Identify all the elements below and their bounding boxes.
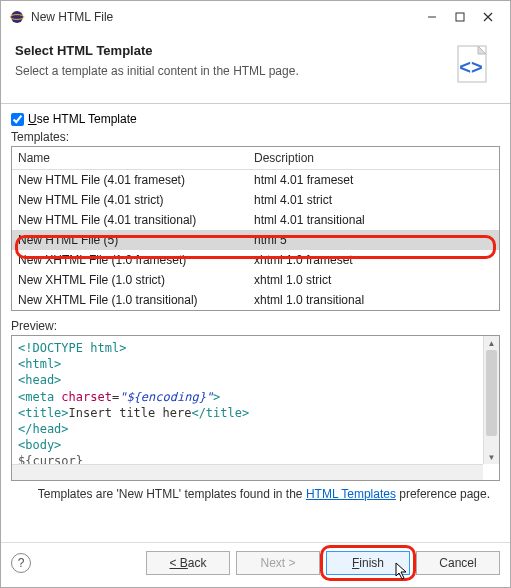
eclipse-icon [9,9,25,25]
dialog-header: Select HTML Template Select a template a… [1,33,510,104]
templates-table: Name Description New HTML File (4.01 fra… [11,146,500,311]
svg-point-0 [11,11,23,23]
titlebar: New HTML File [1,1,510,33]
table-row[interactable]: New HTML File (4.01 strict)html 4.01 str… [12,190,499,210]
cell-name: New HTML File (4.01 transitional) [12,210,248,230]
page-subtitle: Select a template as initial content in … [15,64,442,78]
templates-label: Templates: [11,130,500,144]
cell-desc: html 4.01 transitional [248,210,499,230]
svg-text:<>: <> [459,56,482,78]
table-row[interactable]: New XHTML File (1.0 strict)xhtml 1.0 str… [12,270,499,290]
button-bar: ? < Back Next > Finish Cancel [1,542,510,587]
scroll-down-icon[interactable]: ▼ [484,450,499,464]
table-row[interactable]: New HTML File (4.01 transitional)html 4.… [12,210,499,230]
cell-desc: html 5 [248,230,499,250]
preview-pane: <!DOCTYPE html> <html> <head> <meta char… [11,335,500,481]
cell-desc: html 4.01 frameset [248,170,499,190]
close-button[interactable] [474,7,502,27]
preview-scrollbar-horizontal[interactable] [12,464,483,480]
table-row[interactable]: New XHTML File (1.0 frameset)xhtml 1.0 f… [12,250,499,270]
cell-desc: xhtml 1.0 transitional [248,290,499,310]
cell-name: New HTML File (4.01 frameset) [12,170,248,190]
cell-name: New XHTML File (1.0 strict) [12,270,248,290]
next-button: Next > [236,551,320,575]
window-title: New HTML File [31,10,418,24]
help-button[interactable]: ? [11,553,31,573]
preview-label: Preview: [11,319,500,333]
column-header-description[interactable]: Description [248,147,499,169]
cell-name: New XHTML File (1.0 transitional) [12,290,248,310]
svg-rect-3 [456,13,464,21]
table-row[interactable]: New HTML File (5)html 5 [12,230,499,250]
minimize-button[interactable] [418,7,446,27]
svg-marker-9 [396,563,406,579]
cell-name: New HTML File (5) [12,230,248,250]
use-template-label[interactable]: Use HTML Template [28,112,137,126]
html-file-icon: <> [450,43,496,89]
html-templates-link[interactable]: HTML Templates [306,487,396,501]
use-template-checkbox[interactable] [11,113,24,126]
preview-scrollbar-vertical[interactable]: ▲ ▼ [483,336,499,464]
cell-desc: xhtml 1.0 frameset [248,250,499,270]
page-title: Select HTML Template [15,43,442,58]
table-row[interactable]: New XHTML File (1.0 transitional)xhtml 1… [12,290,499,310]
cell-name: New XHTML File (1.0 frameset) [12,250,248,270]
finish-button[interactable]: Finish [326,551,410,575]
footer-note: Templates are 'New HTML' templates found… [11,481,500,511]
cell-desc: html 4.01 strict [248,190,499,210]
maximize-button[interactable] [446,7,474,27]
scroll-thumb[interactable] [486,350,497,436]
preview-code[interactable]: <!DOCTYPE html> <html> <head> <meta char… [12,336,499,481]
column-header-name[interactable]: Name [12,147,248,169]
scroll-up-icon[interactable]: ▲ [484,336,499,350]
back-button[interactable]: < Back [146,551,230,575]
table-row[interactable]: New HTML File (4.01 frameset)html 4.01 f… [12,170,499,190]
cell-desc: xhtml 1.0 strict [248,270,499,290]
cursor-icon [395,562,411,582]
cancel-button[interactable]: Cancel [416,551,500,575]
cell-name: New HTML File (4.01 strict) [12,190,248,210]
